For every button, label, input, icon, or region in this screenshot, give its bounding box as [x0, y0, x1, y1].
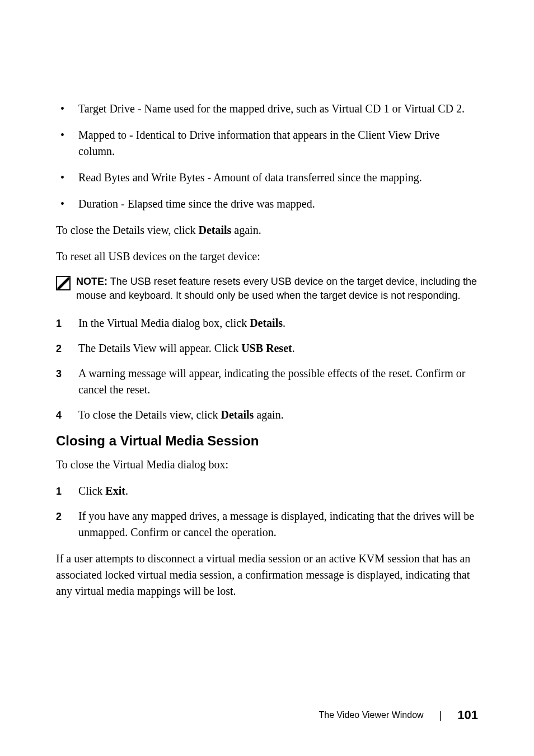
- step-item: 1 Click Exit.: [56, 483, 478, 499]
- text-pre: If you have any mapped drives, a message…: [78, 510, 474, 538]
- step-text: To close the Details view, click Details…: [78, 407, 478, 423]
- text-bold: Details: [221, 408, 254, 421]
- bullet-text: Duration - Elapsed time since the drive …: [78, 196, 478, 212]
- step-item: 3 A warning message will appear, indicat…: [56, 365, 478, 398]
- bullet-item: • Target Drive - Name used for the mappe…: [56, 101, 478, 117]
- bullet-text: Target Drive - Name used for the mapped …: [78, 101, 478, 117]
- text-pre: To close the Details view, click: [56, 224, 198, 236]
- step-number: 1: [56, 483, 78, 499]
- step-item: 1 In the Virtual Media dialog box, click…: [56, 315, 478, 331]
- bullet-mark: •: [56, 170, 78, 186]
- text-pre: To close the Details view, click: [78, 408, 221, 421]
- text-post: again.: [231, 224, 261, 236]
- bullet-text: Mapped to - Identical to Drive informati…: [78, 127, 478, 159]
- step-item: 2 If you have any mapped drives, a messa…: [56, 508, 478, 541]
- bullet-item: • Duration - Elapsed time since the driv…: [56, 196, 478, 212]
- step-number: 2: [56, 340, 78, 356]
- step-number: 4: [56, 407, 78, 423]
- text-bold: USB Reset: [241, 342, 292, 354]
- closing-session-heading: Closing a Virtual Media Session: [56, 433, 478, 449]
- text-post: again.: [254, 408, 283, 421]
- bullet-item: • Read Bytes and Write Bytes - Amount of…: [56, 170, 478, 186]
- text-bold: Details: [198, 224, 231, 236]
- text-pre: In the Virtual Media dialog box, click: [78, 317, 250, 329]
- text-post: .: [283, 317, 285, 329]
- text-pre: The Details View will appear. Click: [78, 342, 241, 354]
- page-footer: The Video Viewer Window | 101: [319, 708, 478, 722]
- numbered-list-2: 1 Click Exit. 2 If you have any mapped d…: [56, 483, 478, 541]
- step-text: A warning message will appear, indicatin…: [78, 365, 478, 398]
- footer-separator: |: [439, 710, 442, 721]
- text-bold: Details: [250, 317, 283, 329]
- text-bold: Exit: [105, 485, 125, 497]
- footer-title: The Video Viewer Window: [319, 710, 424, 720]
- note-text: NOTE: The USB reset feature resets every…: [76, 275, 478, 303]
- step-text: Click Exit.: [78, 483, 478, 499]
- text-post: .: [292, 342, 295, 354]
- page-number: 101: [457, 708, 478, 722]
- bullet-mark: •: [56, 101, 78, 117]
- numbered-list-1: 1 In the Virtual Media dialog box, click…: [56, 315, 478, 423]
- close-details-paragraph: To close the Details view, click Details…: [56, 222, 478, 238]
- note-body: The USB reset feature resets every USB d…: [76, 276, 477, 301]
- bullet-mark: •: [56, 127, 78, 159]
- text-pre: Click: [78, 485, 105, 497]
- bullet-list: • Target Drive - Name used for the mappe…: [56, 101, 478, 212]
- step-number: 3: [56, 365, 78, 398]
- bullet-item: • Mapped to - Identical to Drive informa…: [56, 127, 478, 159]
- step-number: 1: [56, 315, 78, 331]
- step-number: 2: [56, 508, 78, 541]
- reset-intro: To reset all USB devices on the target d…: [56, 248, 478, 265]
- note-icon: [56, 275, 76, 303]
- text-pre: A warning message will appear, indicatin…: [78, 367, 465, 396]
- note-label: NOTE:: [76, 276, 107, 287]
- bullet-mark: •: [56, 196, 78, 212]
- step-item: 2 The Details View will appear. Click US…: [56, 340, 478, 356]
- close-intro: To close the Virtual Media dialog box:: [56, 457, 478, 473]
- step-text: The Details View will appear. Click USB …: [78, 340, 478, 356]
- final-paragraph: If a user attempts to disconnect a virtu…: [56, 551, 478, 599]
- text-post: .: [125, 485, 128, 497]
- bullet-text: Read Bytes and Write Bytes - Amount of d…: [78, 170, 478, 186]
- note-block: NOTE: The USB reset feature resets every…: [56, 275, 478, 303]
- step-text: In the Virtual Media dialog box, click D…: [78, 315, 478, 331]
- step-text: If you have any mapped drives, a message…: [78, 508, 478, 541]
- step-item: 4 To close the Details view, click Detai…: [56, 407, 478, 423]
